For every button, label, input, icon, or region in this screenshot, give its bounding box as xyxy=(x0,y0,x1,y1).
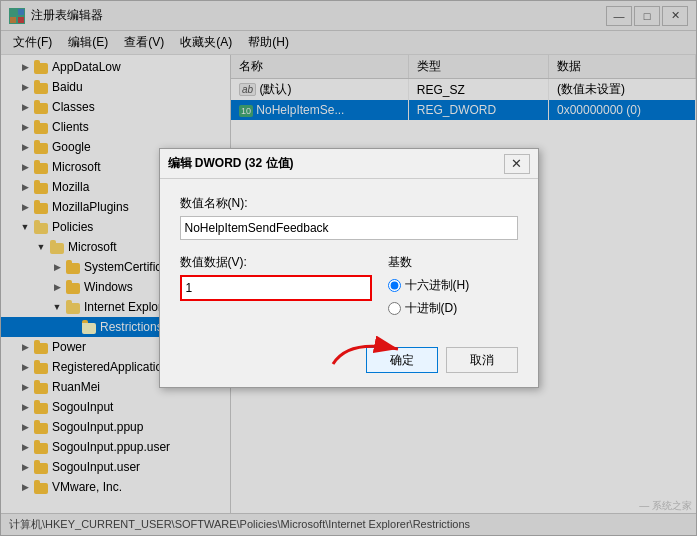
value-section: 数值数据(V): xyxy=(180,254,372,301)
name-field-label: 数值名称(N): xyxy=(180,195,518,212)
hex-radio-row: 十六进制(H) xyxy=(388,277,518,294)
hex-radio-label: 十六进制(H) xyxy=(405,277,470,294)
dialog-overlay: 编辑 DWORD (32 位值) ✕ 数值名称(N): 数值数据(V): 基数 xyxy=(1,1,696,535)
dialog-close-button[interactable]: ✕ xyxy=(504,154,530,174)
value-data-input[interactable] xyxy=(180,275,372,301)
edit-dword-dialog: 编辑 DWORD (32 位值) ✕ 数值名称(N): 数值数据(V): 基数 xyxy=(159,148,539,388)
dialog-body: 数值名称(N): 数值数据(V): 基数 十六进制(H) xyxy=(160,179,538,339)
dialog-value-row: 数值数据(V): 基数 十六进制(H) 十进制(D) xyxy=(180,254,518,323)
name-value-input[interactable] xyxy=(180,216,518,240)
base-label: 基数 xyxy=(388,254,518,271)
cancel-button[interactable]: 取消 xyxy=(446,347,518,373)
dec-radio-label: 十进制(D) xyxy=(405,300,458,317)
base-section: 基数 十六进制(H) 十进制(D) xyxy=(388,254,518,323)
dialog-title: 编辑 DWORD (32 位值) xyxy=(168,155,504,172)
dialog-footer: 确定 取消 xyxy=(160,339,538,387)
ok-button[interactable]: 确定 xyxy=(366,347,438,373)
dec-radio-row: 十进制(D) xyxy=(388,300,518,317)
dialog-title-bar: 编辑 DWORD (32 位值) ✕ xyxy=(160,149,538,179)
hex-radio[interactable] xyxy=(388,279,401,292)
dec-radio[interactable] xyxy=(388,302,401,315)
main-window: 注册表编辑器 — □ ✕ 文件(F) 编辑(E) 查看(V) 收藏夹(A) 帮助… xyxy=(0,0,697,536)
value-field-label: 数值数据(V): xyxy=(180,254,372,271)
